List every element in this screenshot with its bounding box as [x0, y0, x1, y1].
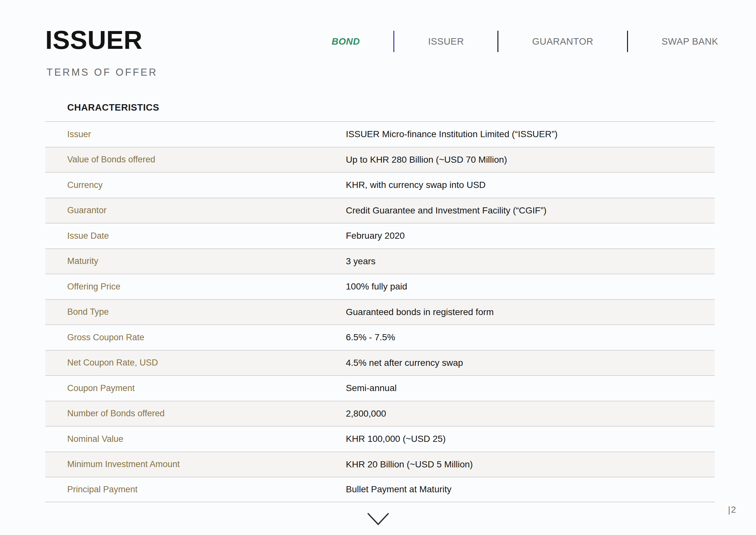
- row-label: Issue Date: [67, 231, 346, 241]
- row-value: KHR, with currency swap into USD: [346, 180, 715, 190]
- nav-item-issuer[interactable]: ISSUER: [428, 36, 464, 47]
- row-value: 100% fully paid: [346, 281, 715, 292]
- table-row: Offering Price100% fully paid: [45, 274, 715, 299]
- page-subtitle: TERMS OF OFFER: [46, 67, 158, 77]
- row-label: Currency: [67, 180, 346, 190]
- row-label: Issuer: [67, 129, 346, 139]
- row-value: Guaranteed bonds in registered form: [346, 307, 715, 317]
- nav-divider: [393, 31, 394, 52]
- table-row: Maturity3 years: [45, 248, 715, 274]
- row-label: Offering Price: [67, 282, 346, 292]
- row-value: ISSUER Micro-finance Institution Limited…: [346, 129, 715, 139]
- row-value: 6.5% - 7.5%: [346, 332, 715, 343]
- page-number: |2: [728, 505, 737, 515]
- row-label: Gross Coupon Rate: [67, 332, 346, 343]
- nav-item-guarantor[interactable]: GUARANTOR: [532, 36, 593, 47]
- row-label: Net Coupon Rate, USD: [67, 358, 346, 368]
- table-rows: IssuerISSUER Micro-finance Institution L…: [45, 121, 715, 502]
- row-value: 4.5% net after currency swap: [346, 358, 715, 368]
- nav-item-bond[interactable]: BOND: [332, 36, 360, 47]
- row-value: Semi-annual: [346, 383, 715, 393]
- table-row: Principal PaymentBullet Payment at Matur…: [45, 477, 715, 502]
- row-label: Maturity: [67, 256, 346, 266]
- row-value: KHR 20 Billion (~USD 5 Million): [346, 459, 715, 470]
- row-value: Credit Guarantee and Investment Facility…: [346, 205, 715, 216]
- row-label: Guarantor: [67, 205, 346, 215]
- row-label: Number of Bonds offered: [67, 408, 346, 419]
- table-row: Coupon PaymentSemi-annual: [45, 375, 715, 401]
- page-title: ISSUER: [45, 27, 143, 53]
- table-row: IssuerISSUER Micro-finance Institution L…: [45, 121, 715, 147]
- table-row: CurrencyKHR, with currency swap into USD: [45, 172, 715, 198]
- table-row: Value of Bonds offeredUp to KHR 280 Bill…: [45, 147, 715, 172]
- row-label: Bond Type: [67, 307, 346, 317]
- chevron-down-icon[interactable]: [367, 513, 389, 526]
- table-row: Number of Bonds offered2,800,000: [45, 401, 715, 426]
- row-label: Coupon Payment: [67, 383, 346, 393]
- row-value: February 2020: [346, 231, 715, 241]
- nav-divider: [498, 31, 499, 52]
- table-row: Issue DateFebruary 2020: [45, 223, 715, 248]
- table-row: Net Coupon Rate, USD4.5% net after curre…: [45, 350, 715, 376]
- table-row: GuarantorCredit Guarantee and Investment…: [45, 198, 715, 223]
- table-row: Nominal ValueKHR 100,000 (~USD 25): [45, 426, 715, 452]
- row-value: 2,800,000: [346, 408, 715, 419]
- table-row: Gross Coupon Rate6.5% - 7.5%: [45, 324, 715, 350]
- table-row: Minimum Investment AmountKHR 20 Billion …: [45, 452, 715, 477]
- nav: BONDISSUERGUARANTORSWAP BANK: [332, 30, 718, 52]
- terms-table: CHARACTERISTICS IssuerISSUER Micro-finan…: [45, 100, 715, 502]
- row-value: Up to KHR 280 Billion (~USD 70 Million): [346, 155, 715, 165]
- table-row: Bond TypeGuaranteed bonds in registered …: [45, 299, 715, 325]
- nav-divider: [627, 31, 628, 52]
- row-label: Nominal Value: [67, 434, 346, 444]
- row-label: Value of Bonds offered: [67, 155, 346, 165]
- row-value: Bullet Payment at Maturity: [346, 484, 715, 494]
- row-label: Principal Payment: [67, 485, 346, 494]
- nav-item-swap-bank[interactable]: SWAP BANK: [662, 36, 718, 47]
- row-value: KHR 100,000 (~USD 25): [346, 434, 715, 444]
- row-label: Minimum Investment Amount: [67, 459, 346, 469]
- table-header: CHARACTERISTICS: [45, 100, 715, 121]
- row-value: 3 years: [346, 256, 715, 267]
